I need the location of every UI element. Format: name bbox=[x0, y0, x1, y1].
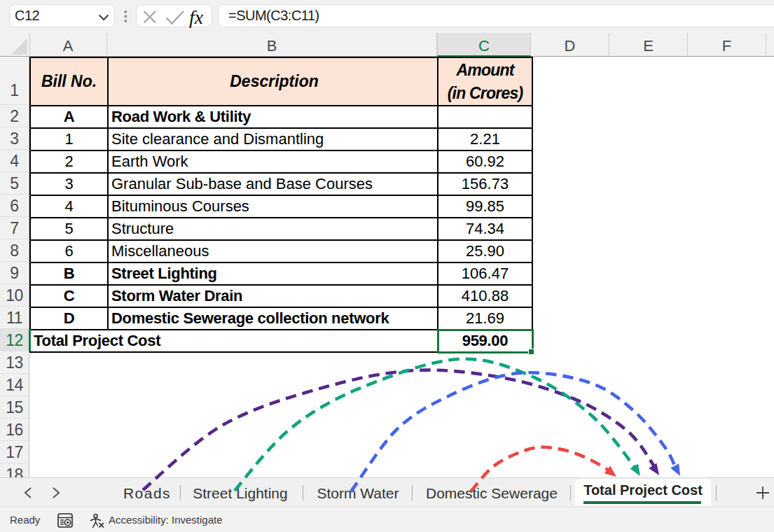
svg-text:fx: fx bbox=[189, 6, 204, 28]
